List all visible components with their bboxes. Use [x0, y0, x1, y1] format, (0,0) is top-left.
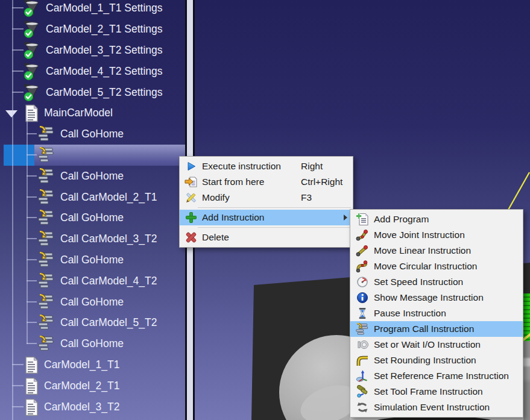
program-document-icon — [24, 398, 39, 416]
tree-connector — [27, 196, 37, 198]
add-program-icon — [355, 213, 370, 226]
tree-connector — [27, 175, 37, 177]
submenu-item-label: Set Speed Instruction — [374, 277, 463, 287]
program-document-icon — [24, 356, 39, 374]
tree-connector — [12, 406, 24, 407]
program-call-icon — [37, 294, 55, 310]
gray-floor-object — [523, 341, 530, 420]
tree-item-label: Call GoHome — [60, 337, 124, 350]
tree-item-settings[interactable]: CarModel_5_T2 Settings — [0, 82, 185, 103]
submenu-item-move-linear[interactable]: Move Linear Instruction — [350, 243, 523, 259]
submenu-item-label: Pause Instruction — [374, 308, 446, 319]
submenu-item-set-tool-frame[interactable]: Set Tool Frame Instruction — [350, 384, 523, 400]
menu-item-execute-instruction[interactable]: Execute instruction Right — [180, 158, 353, 174]
menu-item-modify[interactable]: Modify F3 — [180, 190, 353, 205]
menu-item-start-from-here[interactable]: Start from here Ctrl+Right — [180, 174, 353, 190]
tree-item-settings[interactable]: CarModel_4_T2 Settings — [0, 61, 185, 82]
submenu-item-program-call[interactable]: Program Call Instruction — [350, 321, 523, 337]
delete-x-icon — [185, 231, 198, 244]
tree-item-settings[interactable]: CarModel_3_T2 Settings — [0, 40, 185, 61]
tree-item-call[interactable]: Call CarModel_5_T2 — [0, 312, 185, 333]
submenu-item-set-speed[interactable]: Set Speed Instruction — [350, 274, 523, 290]
menu-item-label: Delete — [202, 232, 229, 243]
program-call-icon — [37, 315, 55, 331]
tree-item-label: Call GoHome — [60, 254, 124, 266]
submenu-item-pause[interactable]: Pause Instruction — [350, 306, 523, 321]
tree-item-program[interactable]: CarModel_1_T1 — [0, 354, 185, 375]
submenu-item-label: Show Message Instruction — [374, 292, 484, 303]
submenu-item-set-or-wait-io[interactable]: Set or Wait I/O Instruction — [350, 337, 523, 353]
tree-item-program[interactable]: CarModel_3_T2 — [0, 396, 185, 418]
tree-item-call[interactable]: Call CarModel_4_T2 — [0, 271, 185, 292]
tree-item-settings[interactable]: CarModel_2_T1 Settings — [0, 19, 185, 40]
station-tree: CarModel_1_T1 Settings CarModel_2_T1 Set… — [0, 0, 185, 420]
submenu-arrow-icon — [344, 215, 347, 221]
tree-connector — [27, 238, 37, 239]
move-linear-icon — [355, 244, 370, 257]
tree-connector — [12, 49, 24, 51]
tree-item-label: CarModel_1_T1 — [44, 359, 119, 371]
tree-item-call[interactable]: Call CarModel_3_T2 — [0, 228, 185, 249]
tree-connector — [12, 28, 24, 30]
menu-item-shortcut: Ctrl+Right — [301, 177, 342, 187]
tree-item-call[interactable]: Call GoHome — [0, 292, 185, 313]
start-from-here-icon — [185, 175, 198, 189]
tool-frame-icon — [355, 385, 370, 398]
menu-item-add-instruction[interactable]: Add Instruction — [180, 210, 353, 225]
yellow-path-line — [508, 172, 529, 210]
selection-highlight — [34, 145, 185, 166]
program-call-icon — [37, 168, 55, 184]
program-call-icon — [37, 210, 55, 226]
submenu-item-move-circular[interactable]: Move Circular Instruction — [350, 259, 523, 274]
rounding-arc-icon — [355, 354, 370, 367]
info-message-icon — [355, 291, 370, 304]
submenu-item-label: Set Reference Frame Instruction — [374, 371, 509, 381]
menu-item-shortcut: F3 — [301, 192, 312, 203]
menu-item-delete[interactable]: Delete — [180, 230, 353, 245]
submenu-item-set-reference-frame[interactable]: Set Reference Frame Instruction — [350, 368, 523, 384]
expand-collapse-triangle-icon[interactable] — [5, 110, 17, 118]
program-document-icon — [24, 104, 39, 122]
tree-connector — [27, 280, 37, 281]
program-call-icon — [37, 273, 55, 289]
submenu-item-move-joint[interactable]: Move Joint Instruction — [350, 227, 523, 243]
submenu-item-simulation-event[interactable]: Simulation Event Instruction — [350, 400, 523, 415]
tree-item-label: Call GoHome — [60, 170, 124, 183]
submenu-item-add-program[interactable]: Add Program — [350, 212, 523, 227]
robot-simulation-window: { "tree": { "items": [ {"label": "CarMod… — [0, 0, 530, 420]
tree-connector — [27, 133, 37, 134]
tree-item-call[interactable]: Call GoHome — [0, 207, 185, 228]
submenu-item-show-message[interactable]: Show Message Instruction — [350, 290, 523, 306]
hourglass-pause-icon — [355, 307, 370, 320]
submenu-item-label: Add Program — [374, 214, 429, 225]
submenu-item-set-rounding[interactable]: Set Rounding Instruction — [350, 353, 523, 368]
program-call-icon — [37, 189, 55, 205]
tree-connector — [27, 259, 37, 260]
tree-item-program[interactable]: CarModel_2_T1 — [0, 375, 185, 396]
menu-item-label: Add Instruction — [202, 212, 264, 223]
tree-item-main-program[interactable]: MainCarModel — [0, 102, 185, 124]
tree-item-call[interactable]: Call GoHome — [0, 124, 185, 145]
tree-connector — [12, 7, 24, 8]
tree-item-label: Call CarModel_5_T2 — [60, 316, 157, 329]
tree-connector — [12, 71, 24, 72]
tree-connector — [12, 385, 24, 386]
tree-item-call-selected[interactable]: Call CarModel_1_T1 — [0, 145, 185, 166]
tree-item-label: Call GoHome — [60, 128, 124, 140]
menu-separator — [198, 207, 351, 208]
tree-item-call[interactable]: Call CarModel_2_T1 — [0, 187, 185, 208]
menu-separator — [198, 227, 351, 228]
program-call-icon — [355, 322, 370, 336]
submenu-item-label: Set Rounding Instruction — [374, 355, 476, 366]
program-document-icon — [24, 377, 39, 395]
tree-item-call[interactable]: Call GoHome — [0, 249, 185, 271]
menu-item-label: Execute instruction — [202, 161, 281, 172]
program-call-icon — [37, 336, 55, 352]
tree-item-label: Call CarModel_3_T2 — [60, 233, 157, 245]
tree-connector — [27, 154, 37, 155]
tree-item-settings[interactable]: CarModel_1_T1 Settings — [0, 0, 185, 19]
tree-item-call[interactable]: Call GoHome — [0, 166, 185, 187]
speed-gauge-icon — [355, 275, 370, 289]
context-menu: Execute instruction Right Start from her… — [179, 156, 353, 248]
tree-item-call[interactable]: Call GoHome — [0, 333, 185, 354]
